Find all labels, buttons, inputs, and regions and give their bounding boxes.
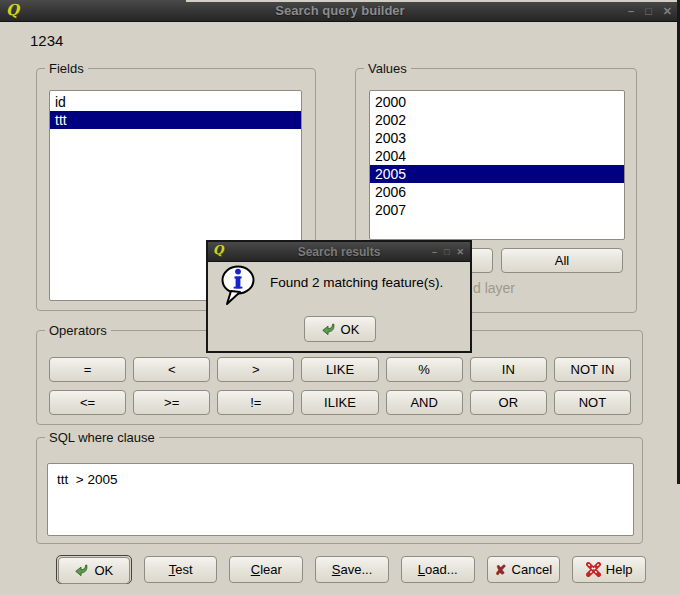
values-group-label: Values xyxy=(364,61,411,76)
operator-greater-equal-button[interactable]: >= xyxy=(133,390,210,415)
ok-default-frame: OK xyxy=(56,555,132,584)
values-list-item[interactable]: 2002 xyxy=(370,111,624,129)
qgis-logo-icon: Q xyxy=(213,243,223,257)
fields-group-label: Fields xyxy=(45,61,88,76)
fields-list-item-selected[interactable]: ttt xyxy=(50,111,301,129)
maximize-icon[interactable]: □ xyxy=(645,0,652,22)
close-icon[interactable]: ✕ xyxy=(663,0,672,22)
fields-list-item[interactable]: id xyxy=(50,93,301,111)
dialog-ok-button[interactable]: OK xyxy=(304,316,376,342)
operator-not-button[interactable]: NOT xyxy=(554,390,631,415)
search-results-dialog: Q Search results – □ ✕ Found 2 matching … xyxy=(206,240,472,353)
save-button-label: Save... xyxy=(332,562,372,577)
operator-in-button[interactable]: IN xyxy=(470,357,547,382)
dialog-message: Found 2 matching feature(s). xyxy=(270,275,443,290)
load-button[interactable]: Load... xyxy=(401,556,475,583)
green-arrow-icon xyxy=(74,563,89,578)
operator-ilike-button[interactable]: ILIKE xyxy=(301,390,378,415)
info-balloon-icon xyxy=(219,264,259,310)
save-button[interactable]: Save... xyxy=(315,556,389,583)
operator-equals-button[interactable]: = xyxy=(49,357,126,382)
operator-percent-button[interactable]: % xyxy=(386,357,463,382)
sql-where-clause-groupbox: SQL where clause ttt > 2005 xyxy=(36,437,643,544)
sql-where-clause-input[interactable]: ttt > 2005 xyxy=(47,463,634,536)
operator-not-in-button[interactable]: NOT IN xyxy=(554,357,631,382)
cancel-button-label: Cancel xyxy=(512,562,552,577)
operator-like-button[interactable]: LIKE xyxy=(301,357,378,382)
operator-less-equal-button[interactable]: <= xyxy=(49,390,126,415)
operator-and-button[interactable]: AND xyxy=(386,390,463,415)
green-arrow-icon xyxy=(321,322,336,337)
search-query-builder-window: Q Search query builder – □ ✕ 1234 Fields… xyxy=(0,0,680,595)
help-button[interactable]: Help xyxy=(572,556,646,583)
operator-not-equal-button[interactable]: != xyxy=(217,390,294,415)
layer-name-label: 1234 xyxy=(30,32,63,49)
test-button[interactable]: Test xyxy=(144,556,218,583)
top-edge-highlight xyxy=(186,0,677,2)
help-button-label: Help xyxy=(606,562,633,577)
values-list-item[interactable]: 2003 xyxy=(370,129,624,147)
dialog-maximize-icon[interactable]: □ xyxy=(444,242,449,262)
footer-button-row: OK Test Clear Save... Load... ✘ Cancel H… xyxy=(56,555,646,584)
load-button-label: Load... xyxy=(418,562,458,577)
operator-greater-than-button[interactable]: > xyxy=(217,357,294,382)
operator-less-than-button[interactable]: < xyxy=(133,357,210,382)
help-lifebuoy-icon xyxy=(586,562,601,577)
values-list-item[interactable]: 2007 xyxy=(370,201,624,219)
clear-button[interactable]: Clear xyxy=(229,556,303,583)
values-list-item[interactable]: 2004 xyxy=(370,147,624,165)
values-list-item-selected[interactable]: 2005 xyxy=(370,165,624,183)
window-title: Search query builder xyxy=(0,3,680,18)
minimize-icon[interactable]: – xyxy=(628,0,634,22)
test-button-label: Test xyxy=(169,562,193,577)
cancel-button[interactable]: ✘ Cancel xyxy=(487,556,561,583)
operators-group-label: Operators xyxy=(45,323,111,338)
red-x-icon: ✘ xyxy=(495,563,507,577)
sql-group-label: SQL where clause xyxy=(45,430,159,445)
values-list[interactable]: 2000 2002 2003 2004 2005 2006 2007 xyxy=(369,90,625,240)
dialog-ok-label: OK xyxy=(341,322,360,337)
dialog-title: Search results xyxy=(208,245,470,259)
values-list-item[interactable]: 2000 xyxy=(370,93,624,111)
all-values-button[interactable]: All xyxy=(501,248,623,273)
dialog-minimize-icon[interactable]: – xyxy=(432,242,437,262)
values-list-item[interactable]: 2006 xyxy=(370,183,624,201)
dialog-titlebar: Q Search results – □ ✕ xyxy=(208,242,470,262)
window-titlebar: Q Search query builder – □ ✕ xyxy=(0,0,680,22)
qgis-logo-icon: Q xyxy=(6,1,19,19)
operator-or-button[interactable]: OR xyxy=(470,390,547,415)
partial-disabled-label: d layer xyxy=(473,280,515,296)
clear-button-label: Clear xyxy=(251,562,282,577)
dialog-close-icon[interactable]: ✕ xyxy=(456,242,464,262)
ok-button[interactable]: OK xyxy=(58,557,130,584)
ok-button-label: OK xyxy=(94,563,113,578)
